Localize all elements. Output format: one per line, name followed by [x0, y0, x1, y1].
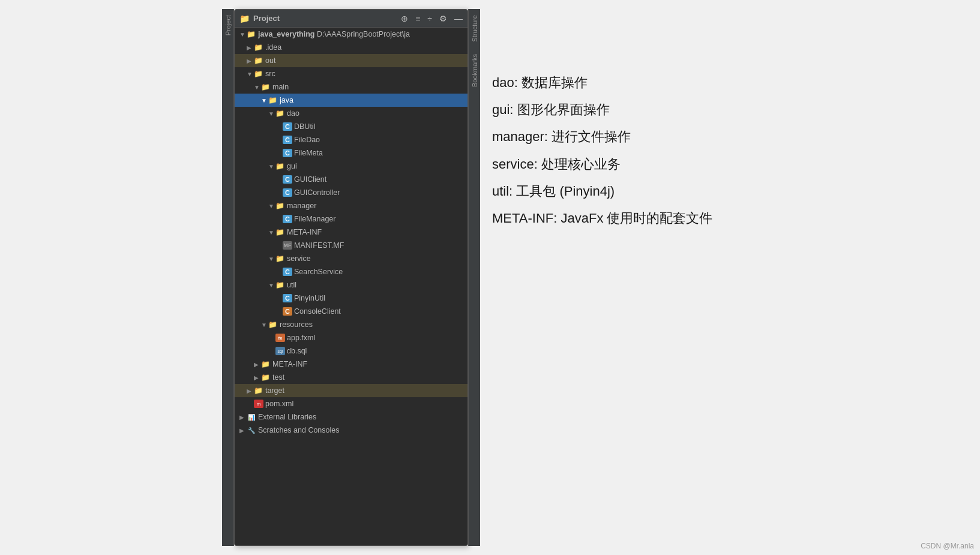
java-class-icon-consoleclient: C — [283, 307, 292, 316]
tree-item-pinyinutil[interactable]: C PinyinUtil — [235, 292, 467, 305]
panel-title: Project — [253, 14, 280, 23]
folder-icon-dao: 📁 — [275, 109, 285, 118]
tree-label-pomxml: pom.xml — [265, 400, 293, 408]
tree-item-src[interactable]: ▼ 📁 src — [235, 67, 467, 80]
tree-item-resources[interactable]: ▼ 📁 resources — [235, 318, 467, 331]
desc-line-3: service: 处理核心业务 — [492, 154, 912, 175]
tree-item-guicontroller[interactable]: C GUIController — [235, 186, 467, 199]
arrow-src: ▼ — [247, 71, 254, 77]
tree-label-gui: gui — [287, 162, 297, 170]
tree-item-java[interactable]: ▼ 📁 java — [235, 94, 467, 107]
split-action-icon[interactable]: ÷ — [427, 14, 432, 23]
arrow-dao: ▼ — [268, 110, 275, 117]
arrow-external-libraries: ▶ — [239, 414, 247, 421]
desc-line-2: manager: 进行文件操作 — [492, 126, 912, 147]
java-class-icon-searchservice: C — [283, 268, 292, 276]
tree-item-manifest[interactable]: MF MANIFEST.MF — [235, 239, 467, 252]
tree-item-target[interactable]: ▶ 📁 target — [235, 384, 467, 397]
tree-label-util: util — [287, 281, 296, 289]
tree-item-external-libraries[interactable]: ▶ 📊 External Libraries — [235, 410, 467, 424]
tree-label-manifest: MANIFEST.MF — [294, 241, 344, 250]
sql-icon-dbsql: sql — [275, 347, 285, 355]
tree-item-dbutil[interactable]: C DBUtil — [235, 120, 467, 133]
tree-label-consoleclient: ConsoleClient — [294, 307, 341, 316]
structure-tab-label[interactable]: Structure — [469, 9, 480, 48]
page-container: Project 📁 Project ⊕ ≡ ÷ ⚙ — ▼ 📁 java_eve… — [0, 0, 980, 555]
pom-icon-pomxml: m — [254, 400, 263, 408]
tree-label-src: src — [265, 70, 275, 78]
arrow-target: ▶ — [247, 388, 254, 394]
scratch-icon-scratches: 🔧 — [247, 426, 256, 434]
desc-line-5: META-INF: JavaFx 使用时的配套文件 — [492, 208, 912, 229]
tree-label-filemeta: FileMeta — [294, 149, 323, 157]
tree-item-consoleclient[interactable]: C ConsoleClient — [235, 305, 467, 318]
tree-item-dao[interactable]: ▼ 📁 dao — [235, 107, 467, 120]
folder-icon-gui: 📁 — [275, 162, 285, 170]
sort-action-icon[interactable]: ≡ — [415, 14, 420, 23]
java-class-icon-guiclient: C — [283, 175, 292, 184]
folder-icon-idea: 📁 — [254, 43, 263, 52]
tree-item-appfxml[interactable]: fx app.fxml — [235, 331, 467, 344]
tree-item-meta-inf-java[interactable]: ▼ 📁 META-INF — [235, 226, 467, 239]
add-action-icon[interactable]: ⊕ — [401, 14, 408, 23]
tree-label-java: java — [280, 96, 293, 104]
ide-window: 📁 Project ⊕ ≡ ÷ ⚙ — ▼ 📁 java_everything … — [234, 9, 468, 546]
arrow-test: ▶ — [254, 374, 261, 381]
tree-item-scratches[interactable]: ▶ 🔧 Scratches and Consoles — [235, 424, 467, 437]
settings-action-icon[interactable]: ⚙ — [439, 14, 447, 23]
tree-label-guicontroller: GUIController — [294, 188, 340, 197]
arrow-out: ▶ — [247, 58, 254, 64]
folder-icon-meta-inf-java: 📁 — [275, 228, 285, 236]
arrow-scratches: ▶ — [239, 427, 247, 434]
tree-item-out[interactable]: ▶ 📁 out — [235, 54, 467, 67]
tree-label-dao: dao — [287, 109, 299, 118]
tree-label-meta-inf-java: META-INF — [287, 228, 322, 236]
folder-icon-target: 📁 — [254, 386, 263, 395]
java-class-icon-dbutil: C — [283, 122, 292, 131]
tree-item-main[interactable]: ▼ 📁 main — [235, 80, 467, 94]
folder-icon-main: 📁 — [261, 83, 271, 91]
tree-item-test[interactable]: ▶ 📁 test — [235, 371, 467, 384]
tree-label-guiclient: GUIClient — [294, 175, 326, 184]
tree-label-filedao: FileDao — [294, 136, 320, 144]
folder-icon-project: 📁 — [247, 30, 256, 38]
tree-item-guiclient[interactable]: C GUIClient — [235, 173, 467, 186]
tree-label-filemanager: FileManager — [294, 215, 335, 223]
tree-item-filemeta[interactable]: C FileMeta — [235, 146, 467, 160]
tree-label-meta-inf-src: META-INF — [272, 360, 307, 368]
tree-label-test: test — [272, 373, 284, 382]
desc-line-4: util: 工具包 (Pinyin4j) — [492, 181, 912, 202]
right-vertical-tabs: Structure Bookmarks — [468, 9, 480, 546]
tree-item-filedao[interactable]: C FileDao — [235, 133, 467, 146]
file-tree[interactable]: ▼ 📁 java_everything D:\AAASpringBootProj… — [235, 28, 467, 545]
tree-item-manager[interactable]: ▼ 📁 manager — [235, 199, 467, 212]
manifest-icon: MF — [283, 241, 292, 250]
project-tab-label[interactable]: Project — [223, 9, 233, 41]
folder-icon-service: 📁 — [275, 254, 285, 263]
java-class-icon-filemanager: C — [283, 215, 292, 223]
folder-icon-test: 📁 — [261, 373, 271, 382]
tree-item-dbsql[interactable]: sql db.sql — [235, 344, 467, 358]
desc-line-1: gui: 图形化界面操作 — [492, 99, 912, 120]
xml-icon-appfxml: fx — [275, 334, 285, 342]
tree-item-meta-inf-src[interactable]: ▶ 📁 META-INF — [235, 358, 467, 371]
tree-item-searchservice[interactable]: C SearchService — [235, 265, 467, 278]
description-panel: dao: 数据库操作 gui: 图形化界面操作 manager: 进行文件操作 … — [492, 72, 912, 235]
tree-item-util[interactable]: ▼ 📁 util — [235, 278, 467, 292]
tree-item-idea[interactable]: ▶ 📁 .idea — [235, 41, 467, 54]
tree-label-pinyinutil: PinyinUtil — [294, 294, 325, 302]
desc-line-0: dao: 数据库操作 — [492, 72, 912, 93]
minimize-action-icon[interactable]: — — [454, 14, 463, 23]
folder-icon-util: 📁 — [275, 281, 285, 289]
folder-icon-resources: 📁 — [268, 320, 278, 329]
tree-item-filemanager[interactable]: C FileManager — [235, 212, 467, 226]
bookmarks-tab-label[interactable]: Bookmarks — [469, 48, 480, 93]
tree-item-gui[interactable]: ▼ 📁 gui — [235, 160, 467, 173]
tree-item-java-everything[interactable]: ▼ 📁 java_everything D:\AAASpringBootProj… — [235, 28, 467, 41]
arrow-main: ▼ — [254, 84, 261, 91]
tree-item-service[interactable]: ▼ 📁 service — [235, 252, 467, 265]
tree-label-target: target — [265, 386, 284, 395]
folder-icon-header: 📁 — [239, 14, 250, 23]
folder-icon-java: 📁 — [268, 96, 278, 104]
tree-item-pomxml[interactable]: m pom.xml — [235, 397, 467, 410]
